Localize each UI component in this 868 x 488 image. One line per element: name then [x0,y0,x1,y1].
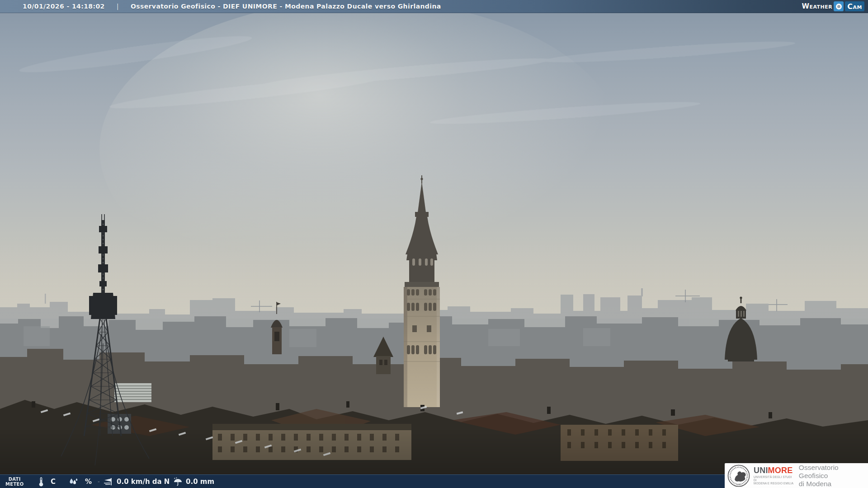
timestamp-text: 10/01/2026 - 14:18:02 [23,3,105,10]
separator: | [117,3,119,10]
thermometer-icon [38,477,44,487]
camera-lens-icon [834,1,844,11]
humidity-missing-dash: - [98,478,100,485]
unimore-wordmark: UNIMORE UNIVERSITÀ DEGLI STUDI DI MODENA… [754,466,794,485]
webcam-photo [0,0,868,488]
wind-value: 0.0 km/h da N [117,478,170,486]
unimore-logo-box[interactable]: 1175 UNIMORE UNIVERSITÀ DEGLI STUDI DI M… [725,463,868,488]
webcam-page: 10/01/2026 - 14:18:02 | Osservatorio Geo… [0,0,868,488]
wind-readout: 0.0 km/h da N [102,475,170,488]
more-text: MORE [768,466,793,475]
university-seal-icon: 1175 [727,465,750,487]
observatory-name-line1: Osservatorio Geofisico [799,464,868,480]
temperature-readout: C [38,475,56,488]
dati-meteo-label: DATI METEO [5,475,24,488]
dati-label-line1: DATI [5,477,24,482]
unimore-subtitle-line1: UNIVERSITÀ DEGLI STUDI DI [754,475,794,482]
dati-label-line2: METEO [5,482,24,487]
water-drops-icon [68,477,79,486]
umbrella-icon [173,477,183,486]
weathercam-logo[interactable]: Weather Cam [802,1,864,12]
observatory-name: Osservatorio Geofisico di Modena [799,464,868,488]
wind-flag-icon [102,477,113,486]
top-info-bar: 10/01/2026 - 14:18:02 | Osservatorio Geo… [0,0,868,13]
weather-label: Weather [802,2,832,10]
humidity-unit: % [85,478,92,486]
uni-text: UNI [754,466,768,475]
seal-year: 1175 [737,483,741,485]
humidity-readout: % - [68,475,100,488]
cam-label: Cam [845,1,864,11]
unimore-subtitle-line2: MODENA E REGGIO EMILIA [754,482,794,485]
camera-title: Osservatorio Geofisico - DIEF UNIMORE - … [131,3,441,10]
temperature-unit: C [51,478,56,486]
industrial-roof [114,383,151,402]
rain-value: 0.0 mm [186,478,214,486]
observatory-name-line2: di Modena [799,480,868,488]
rain-readout: 0.0 mm [173,475,214,488]
